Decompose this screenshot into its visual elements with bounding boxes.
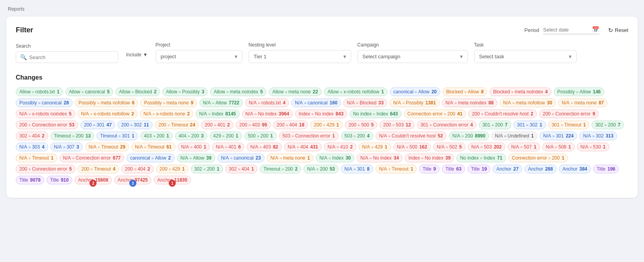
nesting-select[interactable]: Tier 1 bbox=[249, 50, 351, 63]
tag-item[interactable]: 200 » 302 11 bbox=[117, 121, 153, 129]
tag-item[interactable]: N/A » 307 3 bbox=[50, 143, 83, 151]
tag-item[interactable]: N/A » 503 202 bbox=[468, 143, 505, 151]
tag-item[interactable]: Allow » meta none 22 bbox=[269, 87, 322, 96]
tag-item[interactable]: No index » Index 71 bbox=[456, 154, 506, 162]
tag-item[interactable]: Possibly » meta none 9 bbox=[140, 98, 197, 107]
tag-item[interactable]: Possibly » Allow 146 bbox=[554, 87, 605, 96]
tag-item[interactable]: 200 » 404 2 bbox=[121, 165, 154, 173]
tag-item[interactable]: Title 63 bbox=[442, 165, 465, 173]
tag-item[interactable]: Timeout » 301 1 bbox=[97, 132, 138, 140]
tag-item[interactable]: Blocked » meta noindex 4 bbox=[490, 87, 551, 96]
tag-item[interactable]: N/A » Index 30 bbox=[316, 154, 354, 162]
tag-item[interactable]: 302 » 200 7 bbox=[592, 121, 624, 129]
tag-item[interactable]: N/A » 403 82 bbox=[247, 143, 282, 151]
tag-item[interactable]: 200 » 429 1 bbox=[156, 165, 188, 173]
tag-item[interactable]: 403 » 200 1 bbox=[140, 132, 173, 140]
tag-item[interactable]: N/A » No index 3964 bbox=[242, 110, 293, 118]
tag-item[interactable]: N/A » Index 8145 bbox=[195, 110, 239, 118]
tag-item[interactable]: 200 » 404 18 bbox=[273, 121, 308, 129]
tag-item[interactable]: Anchor 288 bbox=[525, 165, 557, 173]
tag-item[interactable]: N/A » Undefined 1 bbox=[491, 132, 538, 140]
tag-item[interactable]: N/A » 502 5 bbox=[433, 143, 465, 151]
tag-item[interactable]: N/A » Couldn't resolve host 52 bbox=[376, 132, 447, 140]
tag-item[interactable]: 200 » 500 5 bbox=[345, 121, 377, 129]
tag-item[interactable]: N/A » 410 2 bbox=[324, 143, 356, 151]
tag-item[interactable]: N/A » Blocked 33 bbox=[343, 98, 387, 107]
tag-item[interactable]: N/A » Possibly 1381 bbox=[389, 98, 439, 107]
tag-item[interactable]: 200 » Connection error 9 bbox=[539, 110, 599, 118]
include-button[interactable]: Include ▼ bbox=[125, 49, 149, 61]
tag-item[interactable]: canonical » Allow 20 bbox=[390, 87, 440, 96]
tag-item[interactable]: 503 » 200 4 bbox=[341, 132, 373, 140]
tag-item[interactable]: 200 » 401 2 bbox=[201, 121, 233, 129]
tag-item[interactable]: Connection error » 200 1 bbox=[508, 154, 568, 162]
tag-item[interactable]: 302 » 404 2 bbox=[16, 132, 48, 140]
tag-item[interactable]: Connection error » 200 41 bbox=[404, 110, 466, 118]
tag-item[interactable]: 500 » 200 1 bbox=[244, 132, 277, 140]
tag-item[interactable]: Allow » Possibly 3 bbox=[162, 87, 208, 96]
tag-item[interactable]: Allow » Blocked 2 bbox=[115, 87, 160, 96]
tag-item[interactable]: N/A » meta noindex 88 bbox=[442, 98, 497, 107]
tag-item[interactable]: Possibly » canonical 28 bbox=[16, 98, 73, 107]
tag-item[interactable]: 429 » 200 1 bbox=[210, 132, 242, 140]
tag-item[interactable]: N/A » 301 224 bbox=[540, 132, 577, 140]
tag-item[interactable]: N/A » x-robots noindex 5 bbox=[16, 110, 75, 118]
tag-item[interactable]: N/A » Timeout 29 bbox=[85, 143, 129, 151]
tag-item[interactable]: 302 » 404 1 bbox=[225, 165, 258, 173]
tag-item[interactable]: 503 » Connection error 1 bbox=[279, 132, 339, 140]
tag-item[interactable]: N/A » 200 53 bbox=[303, 165, 339, 173]
tag-item[interactable]: N/A » meta nofollow 30 bbox=[500, 98, 556, 107]
tag-item[interactable]: Allow » canonical 5 bbox=[65, 87, 113, 96]
tag-item[interactable]: Anchor 384 bbox=[559, 165, 591, 173]
tag-item[interactable]: N/A » robots.txt 4 bbox=[245, 98, 289, 107]
tag-item[interactable]: Allow » robots.txt 1 bbox=[16, 87, 63, 96]
tag-item[interactable]: Title 19 bbox=[467, 165, 491, 173]
tag-item[interactable]: N/A » 302 313 bbox=[579, 132, 617, 140]
tag-item[interactable]: Allow » meta noindex 5 bbox=[210, 87, 266, 96]
tag-item[interactable]: N/A » Timeout 1 bbox=[16, 154, 57, 162]
tag-item[interactable]: N/A » Allow 39 bbox=[177, 154, 215, 162]
tag-item[interactable]: N/A » 404 431 bbox=[284, 143, 322, 151]
tag-item[interactable]: 200 » Connection error 53 bbox=[16, 121, 78, 129]
campaign-select[interactable]: Select campaign bbox=[357, 50, 468, 63]
tag-item[interactable]: Blocked » Allow 8 bbox=[443, 87, 487, 96]
tag-item[interactable]: 200 » Timeout 4 bbox=[78, 165, 119, 173]
tag-item[interactable]: 200 » 503 12 bbox=[380, 121, 415, 129]
tag-item[interactable]: Anchor 27 bbox=[493, 165, 522, 173]
tag-item[interactable]: N/A » No index 34 bbox=[357, 154, 402, 162]
tag-item[interactable]: Title 9078 bbox=[16, 176, 44, 184]
tag-item[interactable]: N/A » 301 8 bbox=[341, 165, 373, 173]
tag-item[interactable]: N/A » 500 162 bbox=[393, 143, 431, 151]
tag-item[interactable]: 301 » 200 7 bbox=[479, 121, 511, 129]
calendar-icon[interactable]: 📅 bbox=[592, 26, 599, 33]
tag-item[interactable]: Title 910 bbox=[47, 176, 72, 184]
tag-item[interactable]: N/A » 507 1 bbox=[508, 143, 540, 151]
tag-item[interactable]: 301 » Connection error 4 bbox=[417, 121, 476, 129]
tag-item[interactable]: N/A » 401 6 bbox=[212, 143, 244, 151]
tag-item[interactable]: N/A » 303 4 bbox=[16, 143, 48, 151]
tag-item[interactable]: 200 » Couldn't resolve host 2 bbox=[468, 110, 537, 118]
tag-item[interactable]: 200 » 301 47 bbox=[80, 121, 115, 129]
tag-item[interactable]: N/A » canonical 160 bbox=[291, 98, 341, 107]
tag-item[interactable]: N/A » Connection error 677 bbox=[60, 154, 125, 162]
tag-item[interactable]: 200 » 403 95 bbox=[236, 121, 271, 129]
tag-item[interactable]: 200 » Timeout 24 bbox=[155, 121, 199, 129]
tag-item[interactable]: canonical » Allow 2 bbox=[127, 154, 174, 162]
tag-item[interactable]: N/A » x-robots nofollow 2 bbox=[78, 110, 138, 118]
tag-item[interactable]: 200 » 429 1 bbox=[310, 121, 342, 129]
tag-item[interactable]: N/A » 530 1 bbox=[577, 143, 609, 151]
tag-item[interactable]: N/A » 200 8990 bbox=[449, 132, 489, 140]
tag-item[interactable]: N/A » x-robots none 2 bbox=[140, 110, 193, 118]
project-select[interactable]: project bbox=[156, 50, 242, 63]
tag-item[interactable]: Possibly » meta nofollow 6 bbox=[75, 98, 138, 107]
search-input[interactable] bbox=[29, 54, 114, 60]
tag-item[interactable]: Index » No index 843 bbox=[295, 110, 347, 118]
tag-item[interactable]: 404 » 200 3 bbox=[175, 132, 207, 140]
reset-button[interactable]: ↻ Reset bbox=[608, 27, 628, 34]
tag-item[interactable]: N/A » meta none 1 bbox=[267, 154, 314, 162]
tag-item[interactable]: N/A » Allow 7722 bbox=[199, 98, 243, 107]
tag-item[interactable]: N/A » canonical 23 bbox=[218, 154, 264, 162]
tag-item[interactable]: N/A » 400 1 bbox=[178, 143, 210, 151]
task-select[interactable]: Select task bbox=[474, 50, 577, 63]
tag-item[interactable]: N/A » Timeout 1 bbox=[376, 165, 417, 173]
